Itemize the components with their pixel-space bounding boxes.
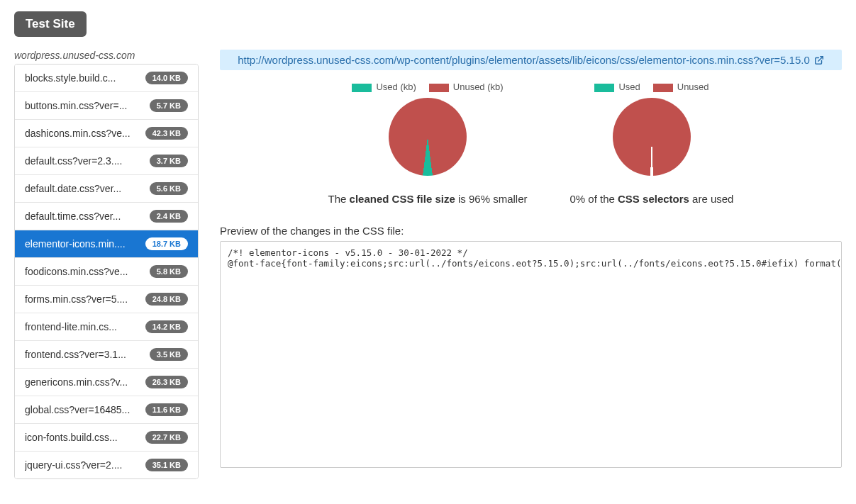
file-row[interactable]: elementor-icons.min....18.7 KB [15,230,198,258]
file-row[interactable]: foodicons.min.css?ve...5.8 KB [15,258,198,286]
file-name: dashicons.min.css?ve... [25,128,130,139]
file-name: buttons.min.css?ver=... [25,100,127,111]
size-badge: 5.8 KB [150,265,188,278]
url-bar[interactable]: http://wordpress.unused-css.com/wp-conte… [220,50,842,70]
code-preview: /*! elementor-icons - v5.15.0 - 30-01-20… [220,241,842,468]
size-badge: 18.7 KB [145,237,188,250]
size-badge: 2.4 KB [150,210,188,223]
chart-legend: Used (kb)Unused (kb) [328,82,528,92]
legend-swatch [594,84,614,92]
size-badge: 5.6 KB [150,182,188,195]
legend-label: Unused (kb) [453,82,504,92]
file-row[interactable]: jquery-ui.css?ver=2....35.1 KB [15,452,198,478]
file-name: genericons.min.css?v... [25,376,128,388]
sidebar: wordpress.unused-css.com blocks.style.bu… [14,50,199,479]
size-badge: 35.1 KB [145,459,188,471]
main-panel: http://wordpress.unused-css.com/wp-conte… [220,50,842,468]
file-row[interactable]: default.css?ver=2.3....3.7 KB [15,147,198,175]
file-name: default.css?ver=2.3.... [25,155,122,167]
size-badge: 5.7 KB [150,99,188,112]
size-badge: 24.8 KB [145,293,188,306]
pie-chart [613,98,691,176]
charts-row: Used (kb)Unused (kb)The cleaned CSS file… [220,82,842,205]
size-badge: 11.6 KB [145,403,188,416]
legend-swatch [653,84,673,92]
pie-chart [389,98,467,176]
file-row[interactable]: genericons.min.css?v...26.3 KB [15,369,198,396]
file-row[interactable]: buttons.min.css?ver=...5.7 KB [15,92,198,120]
file-list: blocks.style.build.c...14.0 KBbuttons.mi… [14,64,199,479]
external-link-icon[interactable] [814,55,824,65]
file-row[interactable]: icon-fonts.build.css...22.7 KB [15,424,198,452]
file-row[interactable]: default.date.css?ver...5.6 KB [15,175,198,203]
legend-swatch [352,84,372,92]
svg-line-0 [818,56,823,60]
file-row[interactable]: global.css?ver=16485...11.6 KB [15,396,198,424]
url-text: http://wordpress.unused-css.com/wp-conte… [238,54,810,66]
chart-block: UsedUnused0% of the CSS selectors are us… [569,82,733,205]
file-row[interactable]: forms.min.css?ver=5....24.8 KB [15,286,198,313]
file-name: foodicons.min.css?ve... [25,266,128,277]
legend-label: Used [618,82,640,92]
file-row[interactable]: default.time.css?ver...2.4 KB [15,203,198,230]
size-badge: 3.5 KB [150,348,188,361]
file-row[interactable]: dashicons.min.css?ve...42.3 KB [15,120,198,147]
file-name: frontend-lite.min.cs... [25,321,117,332]
file-name: jquery-ui.css?ver=2.... [25,459,122,471]
legend-label: Used (kb) [376,82,416,92]
test-site-button[interactable]: Test Site [14,11,87,37]
size-badge: 3.7 KB [150,155,188,167]
file-row[interactable]: frontend.css?ver=3.1...3.5 KB [15,341,198,369]
chart-caption: The cleaned CSS file size is 96% smaller [328,193,528,205]
size-badge: 42.3 KB [145,127,188,140]
file-name: global.css?ver=16485... [25,404,130,415]
code-line: @font-face{font-family:eicons;src:url(..… [228,258,834,269]
legend-label: Unused [677,82,709,92]
preview-label: Preview of the changes in the CSS file: [220,225,842,237]
size-badge: 26.3 KB [145,376,188,388]
chart-legend: UsedUnused [569,82,733,92]
file-name: default.time.css?ver... [25,211,121,222]
file-name: elementor-icons.min.... [25,238,126,250]
file-row[interactable]: blocks.style.build.c...14.0 KB [15,65,198,92]
code-line: /*! elementor-icons - v5.15.0 - 30-01-20… [228,247,834,258]
site-label: wordpress.unused-css.com [14,50,199,61]
file-name: forms.min.css?ver=5.... [25,293,128,305]
chart-caption: 0% of the CSS selectors are used [569,193,733,205]
size-badge: 14.0 KB [145,72,188,84]
file-name: default.date.css?ver... [25,183,121,194]
file-name: frontend.css?ver=3.1... [25,349,126,360]
file-row[interactable]: frontend-lite.min.cs...14.2 KB [15,313,198,341]
size-badge: 22.7 KB [145,431,188,444]
chart-block: Used (kb)Unused (kb)The cleaned CSS file… [328,82,528,205]
file-name: icon-fonts.build.css... [25,432,118,443]
legend-swatch [429,84,449,92]
file-name: blocks.style.build.c... [25,72,116,84]
size-badge: 14.2 KB [145,320,188,333]
